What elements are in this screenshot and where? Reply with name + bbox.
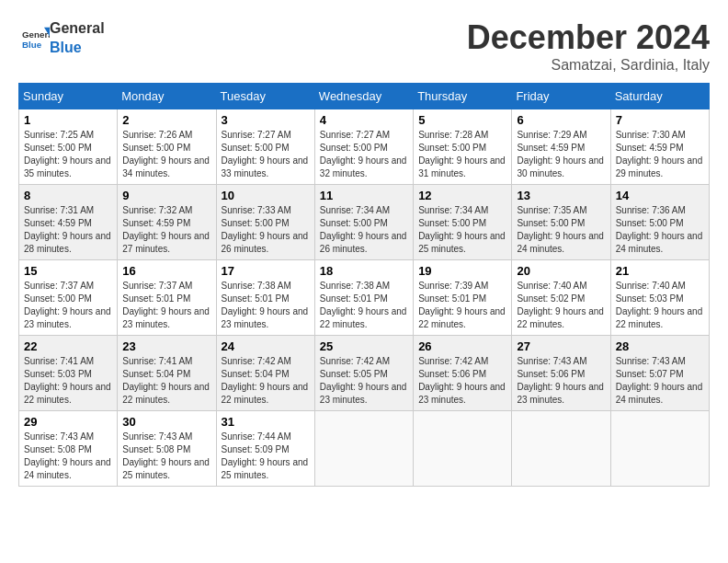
empty-cell	[414, 411, 512, 487]
calendar-day-cell: 16 Sunrise: 7:37 AMSunset: 5:01 PMDaylig…	[118, 260, 216, 336]
calendar-day-cell: 23 Sunrise: 7:41 AMSunset: 5:04 PMDaylig…	[118, 336, 216, 411]
day-info: Sunrise: 7:41 AMSunset: 5:03 PMDaylight:…	[24, 356, 111, 405]
calendar-day-cell: 24 Sunrise: 7:42 AMSunset: 5:04 PMDaylig…	[216, 336, 314, 411]
day-number: 18	[320, 264, 408, 278]
day-number: 16	[122, 264, 210, 278]
col-thursday: Thursday	[414, 84, 512, 109]
day-number: 15	[24, 264, 112, 278]
day-info: Sunrise: 7:44 AMSunset: 5:09 PMDaylight:…	[222, 431, 309, 480]
calendar-day-cell: 20 Sunrise: 7:40 AMSunset: 5:02 PMDaylig…	[512, 260, 610, 336]
day-number: 8	[24, 189, 112, 202]
day-number: 25	[320, 339, 408, 353]
day-number: 24	[222, 339, 310, 353]
calendar-day-cell: 25 Sunrise: 7:42 AMSunset: 5:05 PMDaylig…	[314, 336, 413, 411]
calendar-day-cell: 13 Sunrise: 7:35 AMSunset: 5:00 PMDaylig…	[512, 185, 610, 260]
day-info: Sunrise: 7:26 AMSunset: 5:00 PMDaylight:…	[122, 130, 210, 178]
col-tuesday: Tuesday	[216, 84, 314, 109]
day-number: 22	[24, 339, 112, 353]
day-info: Sunrise: 7:32 AMSunset: 4:59 PMDaylight:…	[122, 205, 210, 254]
svg-text:General: General	[22, 29, 50, 40]
day-number: 5	[418, 113, 506, 127]
day-info: Sunrise: 7:29 AMSunset: 4:59 PMDaylight:…	[517, 130, 604, 178]
day-number: 26	[418, 339, 506, 353]
calendar-day-cell: 3 Sunrise: 7:27 AMSunset: 5:00 PMDayligh…	[216, 109, 314, 185]
calendar-day-cell: 2 Sunrise: 7:26 AMSunset: 5:00 PMDayligh…	[118, 109, 216, 185]
day-number: 23	[122, 339, 210, 353]
calendar-day-cell: 18 Sunrise: 7:38 AMSunset: 5:01 PMDaylig…	[314, 260, 413, 336]
day-number: 30	[122, 415, 210, 429]
day-info: Sunrise: 7:37 AMSunset: 5:01 PMDaylight:…	[122, 281, 210, 329]
calendar-day-cell: 6 Sunrise: 7:29 AMSunset: 4:59 PMDayligh…	[512, 109, 610, 185]
month-title: December 2024	[467, 18, 710, 57]
day-number: 17	[222, 264, 310, 278]
col-wednesday: Wednesday	[314, 84, 413, 109]
day-info: Sunrise: 7:40 AMSunset: 5:02 PMDaylight:…	[517, 281, 604, 329]
day-info: Sunrise: 7:42 AMSunset: 5:06 PMDaylight:…	[418, 356, 506, 405]
day-info: Sunrise: 7:30 AMSunset: 4:59 PMDaylight:…	[616, 130, 703, 178]
svg-text:Blue: Blue	[22, 40, 42, 50]
day-info: Sunrise: 7:27 AMSunset: 5:00 PMDaylight:…	[320, 130, 407, 178]
calendar-day-cell: 31 Sunrise: 7:44 AMSunset: 5:09 PMDaylig…	[216, 411, 314, 487]
day-number: 4	[320, 113, 408, 127]
calendar-day-cell: 1 Sunrise: 7:25 AMSunset: 5:00 PMDayligh…	[19, 109, 118, 185]
empty-cell	[610, 411, 709, 487]
calendar-day-cell: 27 Sunrise: 7:43 AMSunset: 5:06 PMDaylig…	[512, 336, 610, 411]
calendar-week-row: 8 Sunrise: 7:31 AMSunset: 4:59 PMDayligh…	[19, 185, 710, 260]
calendar-week-row: 22 Sunrise: 7:41 AMSunset: 5:03 PMDaylig…	[19, 336, 710, 411]
day-info: Sunrise: 7:38 AMSunset: 5:01 PMDaylight:…	[320, 281, 407, 329]
col-sunday: Sunday	[19, 84, 118, 109]
day-number: 2	[122, 113, 210, 127]
day-number: 14	[616, 189, 704, 202]
calendar-week-row: 15 Sunrise: 7:37 AMSunset: 5:00 PMDaylig…	[19, 260, 710, 336]
day-info: Sunrise: 7:40 AMSunset: 5:03 PMDaylight:…	[616, 281, 703, 329]
day-info: Sunrise: 7:37 AMSunset: 5:00 PMDaylight:…	[24, 281, 111, 329]
calendar-day-cell: 30 Sunrise: 7:43 AMSunset: 5:08 PMDaylig…	[118, 411, 216, 487]
day-number: 6	[517, 113, 605, 127]
day-info: Sunrise: 7:43 AMSunset: 5:08 PMDaylight:…	[24, 431, 111, 480]
logo: General Blue General Blue	[18, 18, 105, 57]
day-number: 11	[320, 189, 408, 202]
logo-text: General Blue	[50, 18, 105, 57]
day-info: Sunrise: 7:43 AMSunset: 5:07 PMDaylight:…	[616, 356, 703, 405]
calendar-header-row: Sunday Monday Tuesday Wednesday Thursday…	[19, 84, 710, 109]
day-info: Sunrise: 7:34 AMSunset: 5:00 PMDaylight:…	[418, 205, 506, 254]
empty-cell	[512, 411, 610, 487]
calendar-day-cell: 14 Sunrise: 7:36 AMSunset: 5:00 PMDaylig…	[610, 185, 709, 260]
calendar-day-cell: 8 Sunrise: 7:31 AMSunset: 4:59 PMDayligh…	[19, 185, 118, 260]
day-number: 27	[517, 339, 605, 353]
calendar-day-cell: 21 Sunrise: 7:40 AMSunset: 5:03 PMDaylig…	[610, 260, 709, 336]
logo-blue: Blue	[50, 40, 82, 55]
calendar-day-cell: 4 Sunrise: 7:27 AMSunset: 5:00 PMDayligh…	[314, 109, 413, 185]
calendar-day-cell: 26 Sunrise: 7:42 AMSunset: 5:06 PMDaylig…	[414, 336, 512, 411]
day-info: Sunrise: 7:39 AMSunset: 5:01 PMDaylight:…	[418, 281, 506, 329]
day-info: Sunrise: 7:33 AMSunset: 5:00 PMDaylight:…	[222, 205, 309, 254]
calendar-day-cell: 7 Sunrise: 7:30 AMSunset: 4:59 PMDayligh…	[610, 109, 709, 185]
col-saturday: Saturday	[610, 84, 709, 109]
day-info: Sunrise: 7:31 AMSunset: 4:59 PMDaylight:…	[24, 205, 111, 254]
day-number: 13	[517, 189, 605, 202]
day-number: 1	[24, 113, 112, 127]
day-number: 12	[418, 189, 506, 202]
calendar-day-cell: 15 Sunrise: 7:37 AMSunset: 5:00 PMDaylig…	[19, 260, 118, 336]
calendar-day-cell: 22 Sunrise: 7:41 AMSunset: 5:03 PMDaylig…	[19, 336, 118, 411]
col-friday: Friday	[512, 84, 610, 109]
logo-icon: General Blue	[22, 24, 50, 52]
title-block: December 2024 Samatzai, Sardinia, Italy	[467, 18, 710, 74]
day-info: Sunrise: 7:27 AMSunset: 5:00 PMDaylight:…	[222, 130, 309, 178]
col-monday: Monday	[118, 84, 216, 109]
day-info: Sunrise: 7:35 AMSunset: 5:00 PMDaylight:…	[517, 205, 604, 254]
day-number: 29	[24, 415, 112, 429]
day-number: 20	[517, 264, 605, 278]
calendar-day-cell: 29 Sunrise: 7:43 AMSunset: 5:08 PMDaylig…	[19, 411, 118, 487]
day-number: 19	[418, 264, 506, 278]
day-number: 28	[616, 339, 704, 353]
calendar-week-row: 29 Sunrise: 7:43 AMSunset: 5:08 PMDaylig…	[19, 411, 710, 487]
day-info: Sunrise: 7:43 AMSunset: 5:08 PMDaylight:…	[122, 431, 210, 480]
day-info: Sunrise: 7:28 AMSunset: 5:00 PMDaylight:…	[418, 130, 506, 178]
day-info: Sunrise: 7:36 AMSunset: 5:00 PMDaylight:…	[616, 205, 703, 254]
day-info: Sunrise: 7:34 AMSunset: 5:00 PMDaylight:…	[320, 205, 407, 254]
page-header: General Blue General Blue December 2024 …	[18, 18, 710, 74]
day-info: Sunrise: 7:42 AMSunset: 5:05 PMDaylight:…	[320, 356, 407, 405]
day-number: 21	[616, 264, 704, 278]
day-number: 7	[616, 113, 704, 127]
